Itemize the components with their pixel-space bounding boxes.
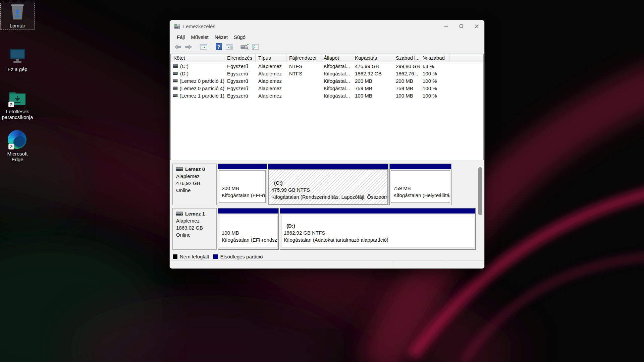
partition-size: 759 MB: [393, 185, 450, 192]
column-header-volume[interactable]: Kötet: [171, 54, 224, 62]
partition-status: Kifogástalan (EFI-rendsze: [222, 236, 277, 243]
cell-free: 1862,76...: [393, 71, 420, 76]
partition-title: (C:): [271, 179, 387, 186]
table-row[interactable]: (C:) Egyszerű Alaplemez NTFS Kifogástal.…: [171, 62, 483, 70]
titlebar[interactable]: Lemezkezelés: [170, 20, 484, 32]
cell-capacity: 1862,92 GB: [352, 71, 393, 76]
column-header-capacity[interactable]: Kapacitás: [352, 54, 393, 62]
volume-name: (D:): [180, 71, 189, 76]
toolbar-separator: [196, 44, 196, 50]
vertical-scrollbar[interactable]: [477, 160, 483, 253]
partition-status: Kifogástalan (EFI-re: [222, 192, 265, 199]
cell-layout: Egyszerű: [224, 85, 256, 91]
disk-size: 476,92 GB: [176, 180, 216, 187]
console-tree-icon: [200, 44, 207, 50]
status-bar-cell: [392, 261, 448, 268]
volume-name: (C:): [180, 63, 189, 69]
table-row[interactable]: (Lemez 1 partíció 1) Egyszerű Alaplemez …: [171, 92, 483, 99]
partition-title: (D:): [284, 222, 474, 229]
back-button[interactable]: [173, 43, 182, 51]
status-bar: [170, 261, 484, 268]
cell-free: 200 MB: [393, 78, 420, 84]
menu-help[interactable]: Súgó: [231, 33, 249, 41]
cell-free: 299,80 GB: [393, 63, 420, 69]
column-header-layout[interactable]: Elrendezés: [224, 54, 256, 62]
table-row[interactable]: (Lemez 0 partíció 1) Egyszerű Alaplemez …: [171, 77, 483, 84]
back-icon: [174, 44, 181, 50]
table-row[interactable]: (D:) Egyszerű Alaplemez NTFS Kifogástal.…: [171, 70, 483, 77]
cell-type: Alaplemez: [256, 63, 286, 69]
rescan-disks-button[interactable]: [240, 43, 249, 51]
cell-type: Alaplemez: [256, 78, 286, 84]
desktop-icon-downloads-shortcut[interactable]: Letöltések parancsikonja: [1, 88, 34, 120]
desktop-icon-label: Lomtár: [1, 23, 34, 28]
desktop-icon-label: Ez a gép: [1, 66, 34, 72]
partition-disk0-recovery[interactable]: 759 MB Kifogástalan (Helyreállítás: [389, 164, 451, 205]
help-button[interactable]: ?: [214, 43, 223, 51]
cell-free: 759 MB: [393, 85, 420, 91]
cell-capacity: 475,99 GB: [352, 63, 393, 69]
desktop-icon-label-line2: parancsikonja: [1, 114, 34, 120]
cell-free-pct: 63 %: [420, 63, 449, 69]
legend-item-primary-partition: Elsődleges partíció: [213, 254, 263, 259]
forward-button[interactable]: [184, 43, 193, 51]
disk-1-header[interactable]: Lemez 1 Alaplemez 1863,02 GB Online: [172, 208, 217, 250]
column-header-free[interactable]: Szabad l...: [393, 54, 420, 62]
column-header-filler: [449, 54, 483, 62]
minimize-icon: [444, 26, 448, 26]
shortcut-arrow-icon: [8, 102, 14, 107]
status-bar-cell: [448, 261, 484, 268]
table-row[interactable]: (Lemez 0 partíció 4) Egyszerű Alaplemez …: [171, 84, 483, 92]
partition-color-bar: [390, 164, 451, 169]
disk-name: Lemez 0: [185, 166, 205, 173]
cell-status: Kifogástal...: [321, 93, 352, 99]
column-header-type[interactable]: Típus: [256, 54, 286, 62]
disk-management-app-icon: [174, 23, 180, 29]
cell-free-pct: 100 %: [420, 85, 449, 91]
partition-disk1-efi[interactable]: 100 MB Kifogástalan (EFI-rendsze: [218, 208, 279, 250]
minimize-button[interactable]: [438, 20, 453, 32]
cell-free: 100 MB: [393, 93, 420, 99]
status-bar-cell: [170, 261, 392, 268]
checklist-icon: [252, 44, 259, 50]
cell-layout: Egyszerű: [224, 71, 256, 76]
column-header-status[interactable]: Állapot: [321, 54, 352, 62]
desktop-icon-this-pc[interactable]: Ez a gép: [1, 46, 34, 72]
partition-disk0-c[interactable]: (C:) 475,99 GB NTFS Kifogástalan (Rendsz…: [268, 164, 388, 205]
close-button[interactable]: [469, 20, 484, 32]
show-action-pane-button[interactable]: [225, 43, 234, 51]
volume-icon: [173, 86, 178, 90]
toolbar-separator: [237, 44, 237, 50]
partition-disk1-d[interactable]: (D:) 1862,92 GB NTFS Kifogástalan (Adato…: [280, 208, 476, 250]
cell-filesystem: NTFS: [286, 63, 321, 69]
cell-capacity: 200 MB: [352, 78, 393, 84]
scrollbar-thumb[interactable]: [478, 167, 482, 215]
cell-status: Kifogástal...: [321, 71, 352, 76]
window-title: Lemezkezelés: [183, 23, 215, 29]
desktop-icon-microsoft-edge[interactable]: Microsoft Edge: [1, 130, 34, 162]
volume-name: (Lemez 1 partíció 1): [180, 93, 224, 99]
properties-button[interactable]: [251, 43, 260, 51]
legend-swatch-unallocated: [173, 254, 177, 259]
disk-icon: [176, 212, 183, 216]
show-console-tree-button[interactable]: [199, 43, 208, 51]
partition-disk0-efi[interactable]: 200 MB Kifogástalan (EFI-re: [218, 164, 267, 205]
disk-rescan-icon: [240, 44, 249, 50]
volume-icon: [173, 79, 178, 83]
cell-type: Alaplemez: [256, 71, 286, 76]
menu-file[interactable]: Fájl: [174, 33, 188, 41]
maximize-icon: [460, 24, 463, 28]
desktop-icon-recycle-bin[interactable]: Lomtár: [1, 2, 34, 29]
volume-icon: [173, 94, 178, 98]
disk-0-header[interactable]: Lemez 0 Alaplemez 476,92 GB Online: [172, 164, 217, 205]
volume-icon: [173, 64, 178, 68]
menu-action[interactable]: Művelet: [188, 33, 212, 41]
desktop-icon-label-line1: Microsoft: [1, 151, 34, 157]
menu-view[interactable]: Nézet: [212, 33, 231, 41]
help-icon: ?: [216, 43, 222, 50]
cell-layout: Egyszerű: [224, 63, 256, 69]
column-header-free-pct[interactable]: % szabad: [420, 54, 449, 62]
maximize-button[interactable]: [453, 20, 469, 32]
column-header-filesystem[interactable]: Fájlrendszer: [286, 54, 321, 62]
cell-free-pct: 100 %: [420, 78, 449, 84]
